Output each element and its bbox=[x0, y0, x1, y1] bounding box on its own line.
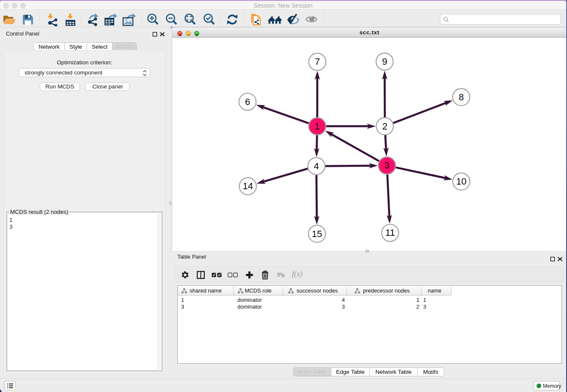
svg-text:8: 8 bbox=[459, 91, 464, 102]
svg-text:9: 9 bbox=[382, 56, 387, 66]
svg-text:15: 15 bbox=[312, 228, 322, 239]
svg-text:10: 10 bbox=[456, 176, 466, 187]
svg-text:2: 2 bbox=[382, 121, 387, 131]
svg-text:7: 7 bbox=[315, 56, 320, 67]
svg-text:3: 3 bbox=[384, 160, 389, 171]
svg-text:1: 1 bbox=[315, 121, 320, 131]
svg-text:6: 6 bbox=[245, 96, 250, 107]
svg-text:4: 4 bbox=[314, 160, 319, 171]
svg-text:11: 11 bbox=[385, 227, 395, 238]
svg-text:14: 14 bbox=[242, 181, 253, 191]
